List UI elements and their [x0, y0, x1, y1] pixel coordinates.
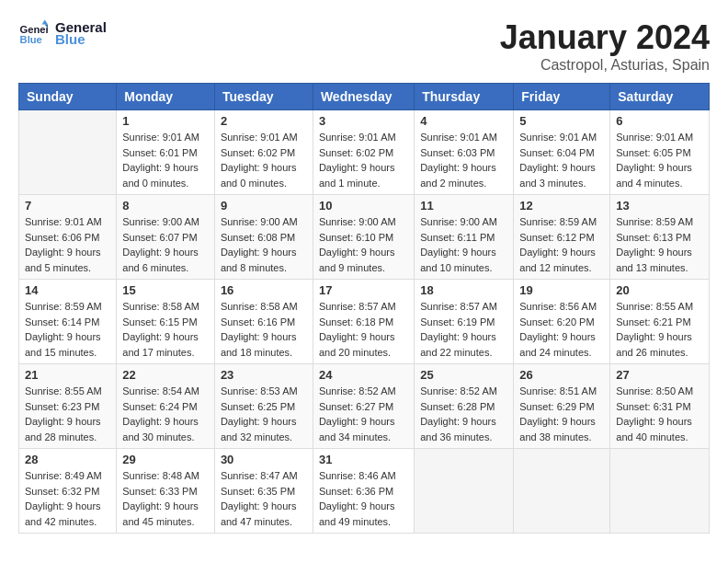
calendar-cell: 21Sunrise: 8:55 AMSunset: 6:23 PMDayligh…: [19, 364, 117, 449]
calendar-cell: 16Sunrise: 8:58 AMSunset: 6:16 PMDayligh…: [214, 280, 313, 364]
day-info: Sunrise: 8:55 AMSunset: 6:21 PMDaylight:…: [616, 299, 703, 360]
logo: General Blue General Blue: [18, 18, 107, 48]
day-info: Sunrise: 8:48 AMSunset: 6:33 PMDaylight:…: [122, 468, 209, 529]
weekday-header-wednesday: Wednesday: [313, 84, 414, 110]
calendar-week-0: 1Sunrise: 9:01 AMSunset: 6:01 PMDaylight…: [19, 110, 710, 195]
day-number: 14: [25, 283, 110, 297]
day-info: Sunrise: 8:50 AMSunset: 6:31 PMDaylight:…: [616, 384, 703, 444]
day-info: Sunrise: 9:00 AMSunset: 6:07 PMDaylight:…: [122, 214, 209, 275]
calendar-cell: [610, 449, 710, 534]
day-number: 24: [319, 368, 408, 382]
calendar-week-1: 7Sunrise: 9:01 AMSunset: 6:06 PMDaylight…: [19, 195, 710, 280]
day-info: Sunrise: 8:47 AMSunset: 6:35 PMDaylight:…: [221, 468, 307, 529]
day-info: Sunrise: 8:51 AMSunset: 6:29 PMDaylight:…: [519, 384, 604, 444]
calendar-table: SundayMondayTuesdayWednesdayThursdayFrid…: [18, 83, 710, 534]
day-info: Sunrise: 8:54 AMSunset: 6:24 PMDaylight:…: [122, 384, 209, 444]
day-number: 2: [221, 114, 307, 128]
calendar-cell: 6Sunrise: 9:01 AMSunset: 6:05 PMDaylight…: [610, 110, 710, 195]
calendar-cell: 19Sunrise: 8:56 AMSunset: 6:20 PMDayligh…: [514, 280, 610, 364]
svg-text:General: General: [20, 24, 48, 35]
day-number: 11: [420, 199, 507, 213]
day-info: Sunrise: 8:56 AMSunset: 6:20 PMDaylight:…: [519, 299, 604, 360]
calendar-week-3: 21Sunrise: 8:55 AMSunset: 6:23 PMDayligh…: [19, 364, 710, 449]
calendar-body: 1Sunrise: 9:01 AMSunset: 6:01 PMDaylight…: [19, 110, 710, 534]
day-number: 17: [319, 283, 408, 297]
calendar-cell: 3Sunrise: 9:01 AMSunset: 6:02 PMDaylight…: [313, 110, 414, 195]
page-header: General Blue General Blue January 2024 C…: [18, 18, 710, 74]
calendar-cell: 27Sunrise: 8:50 AMSunset: 6:31 PMDayligh…: [610, 364, 710, 449]
day-number: 10: [319, 199, 408, 213]
calendar-cell: 31Sunrise: 8:46 AMSunset: 6:36 PMDayligh…: [313, 449, 414, 534]
calendar-cell: 13Sunrise: 8:59 AMSunset: 6:13 PMDayligh…: [610, 195, 710, 280]
calendar-cell: 23Sunrise: 8:53 AMSunset: 6:25 PMDayligh…: [214, 364, 313, 449]
weekday-header-sunday: Sunday: [19, 84, 117, 110]
day-info: Sunrise: 8:58 AMSunset: 6:15 PMDaylight:…: [122, 299, 209, 360]
day-info: Sunrise: 8:46 AMSunset: 6:36 PMDaylight:…: [319, 468, 408, 529]
day-info: Sunrise: 8:49 AMSunset: 6:32 PMDaylight:…: [25, 468, 110, 529]
day-info: Sunrise: 9:00 AMSunset: 6:10 PMDaylight:…: [319, 214, 408, 275]
calendar-cell: 12Sunrise: 8:59 AMSunset: 6:12 PMDayligh…: [514, 195, 610, 280]
day-info: Sunrise: 8:59 AMSunset: 6:12 PMDaylight:…: [519, 214, 604, 275]
weekday-header-monday: Monday: [117, 84, 215, 110]
calendar-cell: 1Sunrise: 9:01 AMSunset: 6:01 PMDaylight…: [117, 110, 215, 195]
calendar-cell: [19, 110, 117, 195]
day-info: Sunrise: 8:52 AMSunset: 6:27 PMDaylight:…: [319, 384, 408, 444]
day-info: Sunrise: 8:59 AMSunset: 6:14 PMDaylight:…: [25, 299, 110, 360]
day-info: Sunrise: 8:57 AMSunset: 6:18 PMDaylight:…: [319, 299, 408, 360]
calendar-cell: 20Sunrise: 8:55 AMSunset: 6:21 PMDayligh…: [610, 280, 710, 364]
calendar-cell: 4Sunrise: 9:01 AMSunset: 6:03 PMDaylight…: [415, 110, 514, 195]
calendar-cell: 22Sunrise: 8:54 AMSunset: 6:24 PMDayligh…: [117, 364, 215, 449]
calendar-header-row: SundayMondayTuesdayWednesdayThursdayFrid…: [19, 84, 710, 110]
day-info: Sunrise: 9:01 AMSunset: 6:06 PMDaylight:…: [25, 214, 110, 275]
day-info: Sunrise: 8:58 AMSunset: 6:16 PMDaylight:…: [221, 299, 307, 360]
day-info: Sunrise: 9:00 AMSunset: 6:08 PMDaylight:…: [221, 214, 307, 275]
calendar-cell: 5Sunrise: 9:01 AMSunset: 6:04 PMDaylight…: [514, 110, 610, 195]
calendar-cell: 28Sunrise: 8:49 AMSunset: 6:32 PMDayligh…: [19, 449, 117, 534]
svg-marker-2: [42, 20, 48, 25]
logo-icon: General Blue: [18, 18, 48, 48]
day-number: 18: [420, 283, 507, 297]
day-info: Sunrise: 9:01 AMSunset: 6:05 PMDaylight:…: [616, 130, 703, 190]
day-info: Sunrise: 9:01 AMSunset: 6:01 PMDaylight:…: [122, 130, 209, 190]
day-number: 21: [25, 368, 110, 382]
day-number: 3: [319, 114, 408, 128]
day-info: Sunrise: 8:57 AMSunset: 6:19 PMDaylight:…: [420, 299, 507, 360]
calendar-cell: 11Sunrise: 9:00 AMSunset: 6:11 PMDayligh…: [415, 195, 514, 280]
day-info: Sunrise: 8:59 AMSunset: 6:13 PMDaylight:…: [616, 214, 703, 275]
month-title: January 2024: [500, 18, 710, 57]
day-number: 9: [221, 199, 307, 213]
day-info: Sunrise: 9:01 AMSunset: 6:04 PMDaylight:…: [519, 130, 604, 190]
day-info: Sunrise: 8:55 AMSunset: 6:23 PMDaylight:…: [25, 384, 110, 444]
calendar-week-4: 28Sunrise: 8:49 AMSunset: 6:32 PMDayligh…: [19, 449, 710, 534]
day-info: Sunrise: 9:01 AMSunset: 6:03 PMDaylight:…: [420, 130, 507, 190]
weekday-header-friday: Friday: [514, 84, 610, 110]
calendar-cell: 7Sunrise: 9:01 AMSunset: 6:06 PMDaylight…: [19, 195, 117, 280]
day-number: 28: [25, 453, 110, 466]
svg-text:Blue: Blue: [20, 34, 42, 45]
calendar-cell: 30Sunrise: 8:47 AMSunset: 6:35 PMDayligh…: [214, 449, 313, 534]
day-number: 7: [25, 199, 110, 213]
calendar-cell: 9Sunrise: 9:00 AMSunset: 6:08 PMDaylight…: [214, 195, 313, 280]
day-number: 6: [616, 114, 703, 128]
day-number: 12: [519, 199, 604, 213]
day-number: 5: [519, 114, 604, 128]
weekday-header-saturday: Saturday: [610, 84, 710, 110]
day-info: Sunrise: 8:52 AMSunset: 6:28 PMDaylight:…: [420, 384, 507, 444]
day-number: 4: [420, 114, 507, 128]
day-number: 19: [519, 283, 604, 297]
calendar-cell: 18Sunrise: 8:57 AMSunset: 6:19 PMDayligh…: [415, 280, 514, 364]
day-info: Sunrise: 9:01 AMSunset: 6:02 PMDaylight:…: [221, 130, 307, 190]
calendar-cell: [514, 449, 610, 534]
day-number: 27: [616, 368, 703, 382]
calendar-cell: 25Sunrise: 8:52 AMSunset: 6:28 PMDayligh…: [415, 364, 514, 449]
day-number: 29: [122, 453, 209, 466]
day-info: Sunrise: 9:00 AMSunset: 6:11 PMDaylight:…: [420, 214, 507, 275]
day-number: 25: [420, 368, 507, 382]
calendar-cell: 10Sunrise: 9:00 AMSunset: 6:10 PMDayligh…: [313, 195, 414, 280]
calendar-cell: 14Sunrise: 8:59 AMSunset: 6:14 PMDayligh…: [19, 280, 117, 364]
day-number: 31: [319, 453, 408, 466]
calendar-week-2: 14Sunrise: 8:59 AMSunset: 6:14 PMDayligh…: [19, 280, 710, 364]
day-info: Sunrise: 9:01 AMSunset: 6:02 PMDaylight:…: [319, 130, 408, 190]
calendar-cell: 15Sunrise: 8:58 AMSunset: 6:15 PMDayligh…: [117, 280, 215, 364]
calendar-cell: [415, 449, 514, 534]
